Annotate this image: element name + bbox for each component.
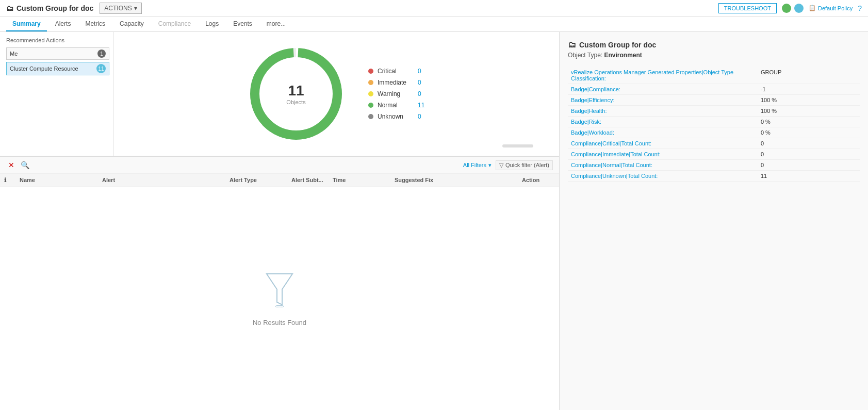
prop-label-0: vRealize Operations Manager Generated Pr… xyxy=(568,67,758,84)
actions-button[interactable]: ACTIONS ▾ xyxy=(100,3,141,14)
prop-label-9: Compliance|Unknown|Total Count: xyxy=(568,171,758,182)
immediate-label: Immediate xyxy=(378,79,414,86)
all-filters-button[interactable]: All Filters ▾ xyxy=(463,162,492,169)
chart-area: 11 Objects Critical 0 Immedi xyxy=(113,32,559,156)
tab-compliance: Compliance xyxy=(152,17,197,31)
table-header: ℹ Name Alert Alert Type Alert Subt... Ti… xyxy=(0,174,559,187)
chart-container: 11 Objects Critical 0 Immedi xyxy=(244,42,428,145)
warning-dot xyxy=(368,91,373,96)
tab-capacity[interactable]: Capacity xyxy=(113,17,150,31)
tab-summary[interactable]: Summary xyxy=(6,17,47,31)
legend-normal: Normal 11 xyxy=(368,102,428,109)
alert-toolbar-right: All Filters ▾ ▽ Quick filter (Alert) xyxy=(463,160,553,170)
col-action[interactable]: Action xyxy=(518,176,559,185)
col-info: ℹ xyxy=(0,176,15,185)
prop-label-1: Badge|Compliance: xyxy=(568,84,758,95)
no-results-label: No Results Found xyxy=(253,319,306,326)
donut-text: Objects xyxy=(286,99,305,105)
horizontal-scrollbar[interactable] xyxy=(502,144,533,147)
prop-value-7: 0 xyxy=(758,149,860,160)
filter-icon: ▽ xyxy=(499,162,503,169)
page-title: 🗂 Custom Group for doc xyxy=(6,4,93,12)
col-alert-type[interactable]: Alert Type xyxy=(225,176,287,185)
tab-metrics[interactable]: Metrics xyxy=(79,17,111,31)
quick-filter-button[interactable]: ▽ Quick filter (Alert) xyxy=(496,160,553,170)
critical-value: 0 xyxy=(418,68,428,75)
legend-unknown: Unknown 0 xyxy=(368,113,428,120)
troubleshoot-button[interactable]: TROUBLESHOOT xyxy=(718,3,777,13)
immediate-value: 0 xyxy=(418,79,428,86)
prop-label-5: Badge|Workload: xyxy=(568,127,758,138)
alert-toolbar-left: ✕ 🔍 xyxy=(6,160,30,170)
prop-value-2: 100 % xyxy=(758,95,860,106)
donut-label: 11 Objects xyxy=(286,83,305,105)
right-panel: 🗂 Custom Group for doc Object Type: Envi… xyxy=(560,32,868,410)
default-policy-link[interactable]: 📋 Default Policy xyxy=(809,5,853,11)
search-icon[interactable]: 🔍 xyxy=(20,160,30,170)
chevron-down-icon: ▾ xyxy=(134,5,137,12)
table-row: vRealize Operations Manager Generated Pr… xyxy=(568,67,860,84)
svg-marker-3 xyxy=(267,274,292,305)
donut-chart: 11 Objects xyxy=(244,42,348,145)
col-alert-subtype[interactable]: Alert Subt... xyxy=(287,176,329,185)
object-type-row: Object Type: Environment xyxy=(568,52,860,59)
chevron-down-icon: ▾ xyxy=(488,162,492,169)
help-icon[interactable]: ? xyxy=(858,4,862,12)
rec-actions-section: Recommended Actions Me 1 Cluster Compute… xyxy=(0,32,559,156)
prop-label-6: Compliance|Critical|Total Count: xyxy=(568,138,758,149)
status-blue-icon xyxy=(794,4,804,13)
prop-value-5: 0 % xyxy=(758,127,860,138)
chart-legend: Critical 0 Immediate 0 Warning 0 xyxy=(368,68,428,120)
prop-label-8: Compliance|Normal|Total Count: xyxy=(568,160,758,171)
table-row: Badge|Health: 100 % xyxy=(568,106,860,117)
table-row: Compliance|Normal|Total Count: 0 xyxy=(568,160,860,171)
table-row: Compliance|Critical|Total Count: 0 xyxy=(568,138,860,149)
prop-label-4: Badge|Risk: xyxy=(568,117,758,127)
no-results-area: No Results Found xyxy=(0,187,559,410)
delete-icon[interactable]: ✕ xyxy=(6,160,17,170)
tab-alerts[interactable]: Alerts xyxy=(49,17,77,31)
warning-value: 0 xyxy=(418,90,428,97)
col-suggested-fix[interactable]: Suggested Fix xyxy=(390,176,518,185)
prop-label-2: Badge|Efficiency: xyxy=(568,95,758,106)
table-row: Badge|Workload: 0 % xyxy=(568,127,860,138)
prop-value-3: 100 % xyxy=(758,106,860,117)
left-panel: Recommended Actions Me 1 Cluster Compute… xyxy=(0,32,560,410)
normal-dot xyxy=(368,103,373,108)
tab-events[interactable]: Events xyxy=(227,17,258,31)
cluster-filter-btn[interactable]: Cluster Compute Resource 11 xyxy=(6,62,109,75)
tab-more[interactable]: more... xyxy=(260,17,292,31)
prop-value-9: 11 xyxy=(758,171,860,182)
table-row: Compliance|Immediate|Total Count: 0 xyxy=(568,149,860,160)
main-layout: Recommended Actions Me 1 Cluster Compute… xyxy=(0,32,868,410)
table-row: Badge|Efficiency: 100 % xyxy=(568,95,860,106)
normal-value: 11 xyxy=(418,102,428,109)
prop-value-1: -1 xyxy=(758,84,860,95)
unknown-dot xyxy=(368,114,373,119)
me-filter-btn[interactable]: Me 1 xyxy=(6,47,109,60)
funnel-icon xyxy=(264,271,295,314)
col-time[interactable]: Time xyxy=(329,176,390,185)
page-title-icon: 🗂 xyxy=(6,4,13,12)
unknown-value: 0 xyxy=(418,113,428,120)
top-icons xyxy=(782,4,804,13)
right-panel-title: 🗂 Custom Group for doc xyxy=(568,40,860,50)
rec-actions-sidebar: Recommended Actions Me 1 Cluster Compute… xyxy=(0,32,113,156)
table-row: Compliance|Unknown|Total Count: 11 xyxy=(568,171,860,182)
prop-label-7: Compliance|Immediate|Total Count: xyxy=(568,149,758,160)
tab-logs[interactable]: Logs xyxy=(199,17,225,31)
top-bar: 🗂 Custom Group for doc ACTIONS ▾ TROUBLE… xyxy=(0,0,868,17)
immediate-dot xyxy=(368,80,373,85)
scroll-indicator xyxy=(502,144,533,147)
legend-critical: Critical 0 xyxy=(368,68,428,75)
prop-value-4: 0 % xyxy=(758,117,860,127)
critical-label: Critical xyxy=(378,68,414,75)
status-green-icon xyxy=(782,4,791,13)
prop-label-3: Badge|Health: xyxy=(568,106,758,117)
col-name[interactable]: Name xyxy=(15,176,98,185)
policy-icon: 📋 xyxy=(809,5,816,11)
page-title-text: Custom Group for doc xyxy=(17,4,93,12)
table-row: Badge|Risk: 0 % xyxy=(568,117,860,127)
prop-value-0: GROUP xyxy=(758,67,860,84)
col-alert[interactable]: Alert xyxy=(98,176,225,185)
